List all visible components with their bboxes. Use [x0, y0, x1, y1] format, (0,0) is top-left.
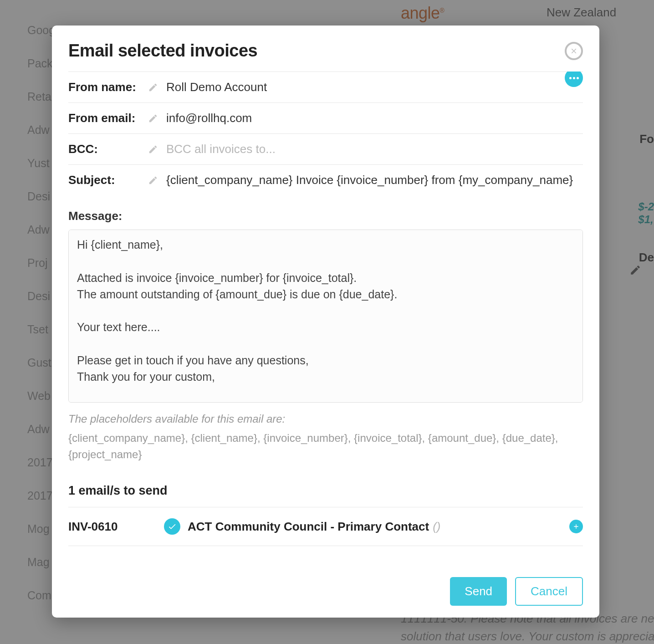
plus-icon: [572, 523, 580, 530]
placeholders-hint-list: {client_company_name}, {client_name}, {i…: [68, 425, 583, 463]
close-icon: [570, 47, 578, 55]
from-email-value[interactable]: info@rollhq.com: [166, 111, 583, 125]
from-name-row: From name: Roll Demo Account: [68, 72, 583, 102]
from-name-value[interactable]: Roll Demo Account: [166, 80, 583, 94]
send-button[interactable]: Send: [450, 577, 507, 606]
pencil-icon[interactable]: [148, 113, 160, 123]
pencil-icon[interactable]: [148, 82, 160, 92]
bcc-placeholder[interactable]: BCC all invoices to...: [166, 142, 583, 156]
subject-value[interactable]: {client_company_name} Invoice {invoice_n…: [166, 173, 583, 187]
from-email-row: From email: info@rollhq.com: [68, 102, 583, 133]
add-recipient-button[interactable]: [569, 520, 583, 533]
pencil-icon[interactable]: [148, 175, 160, 185]
message-label: Message:: [68, 195, 583, 230]
pencil-icon[interactable]: [148, 144, 160, 154]
email-invoices-modal: Email selected invoices From name: Roll …: [52, 26, 599, 618]
subject-row: Subject: {client_company_name} Invoice {…: [68, 164, 583, 195]
close-button[interactable]: [565, 42, 583, 60]
modal-title: Email selected invoices: [68, 41, 257, 61]
bcc-row: BCC: BCC all invoices to...: [68, 133, 583, 164]
recipient-name: ACT Community Council - Primary Contact: [188, 520, 429, 534]
bcc-label: BCC:: [68, 142, 148, 156]
from-name-label: From name:: [68, 80, 148, 94]
recipient-selected-toggle[interactable]: [164, 518, 180, 535]
recipient-email-paren: (): [433, 520, 440, 534]
cancel-button[interactable]: Cancel: [515, 577, 583, 606]
from-email-label: From email:: [68, 111, 148, 125]
invoice-number: INV-0610: [68, 520, 164, 534]
message-textarea[interactable]: [68, 230, 583, 403]
email-send-count: 1 email/s to send: [68, 463, 583, 507]
placeholders-hint-intro: The placeholders available for this emai…: [68, 404, 583, 425]
subject-label: Subject:: [68, 173, 148, 187]
check-icon: [168, 522, 177, 531]
recipient-row: INV-0610 ACT Community Council - Primary…: [68, 507, 583, 546]
